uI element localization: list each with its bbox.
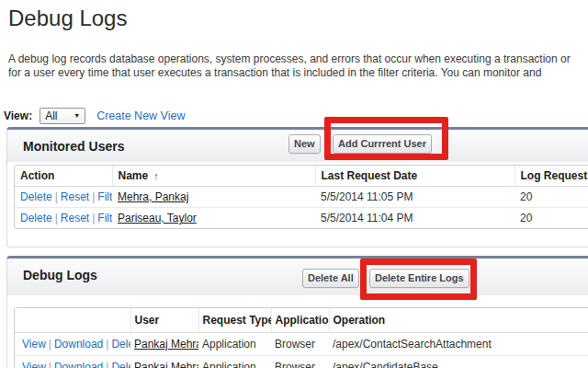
separator: | [46, 361, 54, 368]
filters-link[interactable]: Filters [97, 190, 112, 203]
dropdown-arrow-icon: ▼ [74, 112, 80, 119]
reset-link[interactable]: Reset [61, 190, 89, 203]
view-select-value: All [45, 109, 57, 122]
debug-logs-title: Debug Logs [7, 259, 97, 282]
separator: | [52, 212, 61, 224]
monitored-users-title: Monitored Users [7, 130, 124, 154]
application-cell: Browser [271, 333, 329, 356]
view-link[interactable]: View [22, 361, 46, 368]
column-header-operation[interactable]: Operation [329, 308, 588, 333]
download-link[interactable]: Download [54, 361, 103, 368]
user-name-link[interactable]: Pariseau, Taylor [118, 212, 197, 224]
column-header-action: Action [15, 166, 112, 187]
column-header-application[interactable]: Application [271, 308, 329, 333]
action-cell: View|Download|Delete [15, 356, 130, 368]
last-request-date-cell: 5/5/2014 11:04 PM [315, 208, 514, 229]
user-name-link[interactable]: Pankaj Mehra [134, 361, 198, 368]
separator: | [89, 212, 97, 224]
delete-link[interactable]: Delete [20, 190, 52, 203]
filters-link[interactable]: Filters [97, 212, 112, 224]
operation-cell: /apex/ContactSearchAttachment [329, 333, 588, 356]
page-description: A debug log records database operations,… [8, 52, 571, 80]
column-header-request-type[interactable]: Request Type [198, 308, 271, 333]
sort-ascending-icon: ↑ [153, 170, 159, 181]
view-select[interactable]: All ▼ [40, 108, 85, 124]
debug-logs-header: Debug Logs [7, 259, 588, 295]
delete-link[interactable]: Delete [111, 361, 130, 368]
action-cell: View|Download|Delete [15, 333, 130, 356]
delete-entire-logs-button[interactable]: Delete Entire Logs [369, 269, 469, 288]
separator: | [52, 190, 61, 203]
debug-logs-table: User Request Type Application Operation … [14, 307, 588, 368]
page-title: Debug Logs [8, 6, 127, 31]
request-type-cell: Application [198, 333, 271, 356]
user-cell: Pankaj Mehra [130, 356, 198, 368]
action-cell: Delete|Reset|Filters [15, 208, 112, 229]
page-description-line1: A debug log records database operations,… [8, 52, 571, 66]
separator: | [46, 338, 54, 351]
separator: | [89, 190, 97, 203]
monitored-users-header-row: Action Name↑ Last Request Date Log Reque… [15, 166, 588, 187]
user-name-link[interactable]: Pankaj Mehra [134, 338, 198, 351]
delete-link[interactable]: Delete [111, 338, 130, 351]
column-header-name[interactable]: Name↑ [112, 166, 315, 187]
action-cell: Delete|Reset|Filters [15, 187, 112, 208]
delete-all-button[interactable]: Delete All [302, 269, 359, 288]
add-current-user-button[interactable]: Add Currrent User [333, 134, 432, 154]
page-description-line2: for a user every time that user executes… [8, 66, 571, 80]
table-row: View|Download|Delete Pankaj Mehra Applic… [15, 356, 588, 368]
view-link[interactable]: View [22, 338, 46, 351]
last-request-date-cell: 5/5/2014 11:05 PM [315, 187, 514, 208]
name-cell: Mehra, Pankaj [112, 187, 315, 208]
application-cell: Browser [271, 356, 329, 368]
name-cell: Pariseau, Taylor [112, 208, 315, 229]
request-type-cell: Application [198, 356, 271, 368]
create-new-view-link[interactable]: Create New View [96, 109, 185, 122]
monitored-users-table: Action Name↑ Last Request Date Log Reque… [14, 165, 588, 229]
table-row: Delete|Reset|Filters Pariseau, Taylor 5/… [15, 208, 588, 229]
debug-logs-section: Debug Logs User Request Type Application… [6, 256, 588, 368]
reset-link[interactable]: Reset [61, 212, 89, 224]
download-link[interactable]: Download [54, 338, 103, 351]
delete-link[interactable]: Delete [20, 212, 52, 224]
new-button[interactable]: New [288, 134, 321, 154]
column-header-log-requests[interactable]: Log Requests [514, 166, 588, 187]
table-row: View|Download|Delete Pankaj Mehra Applic… [15, 333, 588, 356]
column-header-blank [15, 308, 130, 333]
log-requests-cell: 20 [514, 208, 588, 229]
view-label: View: [4, 109, 32, 122]
log-requests-cell: 20 [514, 187, 588, 208]
table-row: Delete|Reset|Filters Mehra, Pankaj 5/5/2… [15, 187, 588, 208]
operation-cell: /apex/CandidateBase [329, 356, 588, 368]
column-header-user[interactable]: User [130, 308, 198, 333]
view-bar: View: All ▼ Create New View [4, 107, 185, 124]
user-name-link[interactable]: Mehra, Pankaj [118, 190, 188, 203]
user-cell: Pankaj Mehra [130, 333, 198, 356]
debug-logs-header-row: User Request Type Application Operation [15, 308, 588, 333]
column-header-last-request-date[interactable]: Last Request Date [315, 166, 514, 187]
